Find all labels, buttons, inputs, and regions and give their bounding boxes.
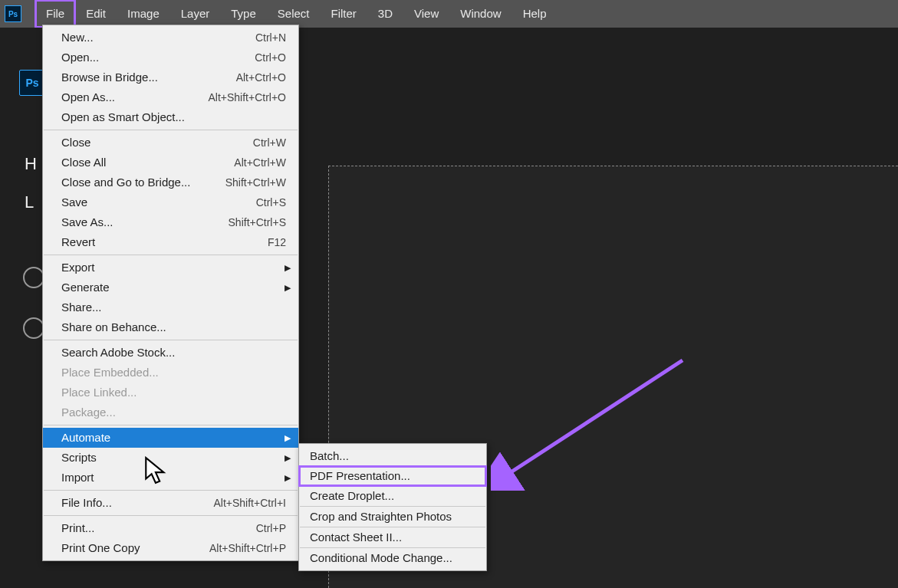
automate-crop-straighten[interactable]: Crop and Straighten Photos [299, 507, 486, 527]
file-revert[interactable]: RevertF12 [43, 232, 298, 252]
file-close[interactable]: CloseCtrl+W [43, 133, 298, 153]
chevron-right-icon: ▶ [285, 450, 291, 465]
file-export[interactable]: Export▶ [43, 258, 298, 278]
file-share[interactable]: Share... [43, 297, 298, 317]
file-new[interactable]: New...Ctrl+N [43, 28, 298, 48]
menu-edit[interactable]: Edit [75, 0, 117, 28]
file-browse-bridge[interactable]: Browse in Bridge...Alt+Ctrl+O [43, 67, 298, 87]
menu-help[interactable]: Help [512, 0, 558, 28]
menubar: Ps File Edit Image Layer Type Select Fil… [0, 0, 898, 28]
menu-file[interactable]: File [35, 0, 75, 28]
chevron-right-icon: ▶ [285, 430, 291, 445]
sidebar-circle-2[interactable] [23, 317, 44, 339]
file-open-as[interactable]: Open As...Alt+Shift+Ctrl+O [43, 87, 298, 107]
file-close-goto-bridge[interactable]: Close and Go to Bridge...Shift+Ctrl+W [43, 172, 298, 192]
menu-filter[interactable]: Filter [321, 0, 367, 28]
file-print[interactable]: Print...Ctrl+P [43, 518, 298, 538]
file-scripts[interactable]: Scripts▶ [43, 448, 298, 468]
automate-create-droplet[interactable]: Create Droplet... [299, 486, 486, 506]
menu-type[interactable]: Type [220, 0, 267, 28]
menu-image[interactable]: Image [117, 0, 170, 28]
file-search-adobe-stock[interactable]: Search Adobe Stock... [43, 343, 298, 363]
file-place-linked: Place Linked... [43, 383, 298, 402]
chevron-right-icon: ▶ [285, 260, 291, 275]
file-place-embedded: Place Embedded... [43, 363, 298, 383]
file-open-smart-object[interactable]: Open as Smart Object... [43, 107, 298, 127]
file-file-info[interactable]: File Info...Alt+Shift+Ctrl+I [43, 493, 298, 513]
chevron-right-icon: ▶ [285, 280, 291, 295]
file-package: Package... [43, 402, 298, 422]
file-import[interactable]: Import▶ [43, 468, 298, 488]
automate-batch[interactable]: Batch... [299, 446, 486, 466]
file-close-all[interactable]: Close AllAlt+Ctrl+W [43, 153, 298, 172]
automate-conditional-mode[interactable]: Conditional Mode Change... [299, 548, 486, 568]
automate-pdf-presentation[interactable]: PDF Presentation... [299, 466, 486, 486]
file-dropdown: New...Ctrl+N Open...Ctrl+O Browse in Bri… [42, 25, 299, 561]
home-app-icon: Ps [19, 70, 45, 96]
automate-contact-sheet[interactable]: Contact Sheet II... [299, 527, 486, 547]
menu-window[interactable]: Window [449, 0, 511, 28]
menu-layer[interactable]: Layer [170, 0, 221, 28]
sidebar-letter-h: H [25, 154, 37, 174]
file-share-behance[interactable]: Share on Behance... [43, 317, 298, 337]
menu-view[interactable]: View [403, 0, 449, 28]
automate-submenu: Batch... PDF Presentation... Create Drop… [298, 443, 487, 571]
app-icon: Ps [5, 5, 21, 22]
menu-3d[interactable]: 3D [367, 0, 403, 28]
menu-select[interactable]: Select [267, 0, 321, 28]
file-open[interactable]: Open...Ctrl+O [43, 48, 298, 67]
file-save[interactable]: SaveCtrl+S [43, 192, 298, 212]
file-save-as[interactable]: Save As...Shift+Ctrl+S [43, 212, 298, 232]
sidebar-letter-l: L [25, 192, 34, 212]
file-generate[interactable]: Generate▶ [43, 278, 298, 297]
file-print-one-copy[interactable]: Print One CopyAlt+Shift+Ctrl+P [43, 538, 298, 558]
sidebar-circle-1[interactable] [23, 267, 44, 288]
chevron-right-icon: ▶ [285, 470, 291, 485]
file-automate[interactable]: Automate▶ [43, 428, 298, 448]
